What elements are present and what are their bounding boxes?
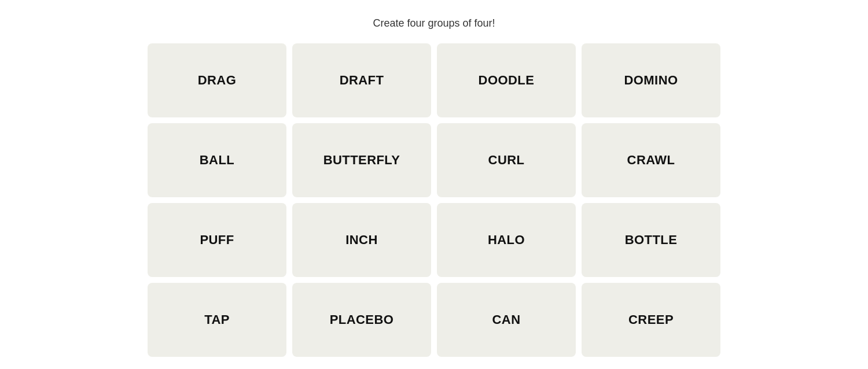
tile-drag[interactable]: DRAG bbox=[148, 43, 286, 117]
tile-label-halo: HALO bbox=[488, 233, 525, 248]
tile-label-placebo: PLACEBO bbox=[330, 312, 394, 327]
tile-can[interactable]: CAN bbox=[437, 283, 576, 357]
tile-label-inch: INCH bbox=[345, 233, 378, 248]
tile-label-creep: CREEP bbox=[628, 312, 674, 327]
tile-puff[interactable]: PUFF bbox=[148, 203, 286, 277]
tile-label-bottle: BOTTLE bbox=[625, 233, 678, 248]
tile-label-butterfly: BUTTERFLY bbox=[323, 153, 400, 168]
tile-label-ball: BALL bbox=[200, 153, 234, 168]
tile-label-drag: DRAG bbox=[198, 73, 237, 88]
tile-tap[interactable]: TAP bbox=[148, 283, 286, 357]
page-subtitle: Create four groups of four! bbox=[373, 17, 495, 29]
tile-bottle[interactable]: BOTTLE bbox=[582, 203, 720, 277]
tile-placebo[interactable]: PLACEBO bbox=[292, 283, 431, 357]
tile-halo[interactable]: HALO bbox=[437, 203, 576, 277]
tile-crawl[interactable]: CRAWL bbox=[582, 123, 720, 197]
tile-creep[interactable]: CREEP bbox=[582, 283, 720, 357]
tile-butterfly[interactable]: BUTTERFLY bbox=[292, 123, 431, 197]
tile-curl[interactable]: CURL bbox=[437, 123, 576, 197]
tile-inch[interactable]: INCH bbox=[292, 203, 431, 277]
word-grid: DRAGDRAFTDOODLEDOMINOBALLBUTTERFLYCURLCR… bbox=[148, 43, 720, 357]
tile-label-puff: PUFF bbox=[200, 233, 234, 248]
tile-label-can: CAN bbox=[492, 312, 521, 327]
tile-label-crawl: CRAWL bbox=[627, 153, 675, 168]
tile-doodle[interactable]: DOODLE bbox=[437, 43, 576, 117]
tile-draft[interactable]: DRAFT bbox=[292, 43, 431, 117]
tile-ball[interactable]: BALL bbox=[148, 123, 286, 197]
tile-label-draft: DRAFT bbox=[340, 73, 384, 88]
tile-label-domino: DOMINO bbox=[624, 73, 678, 88]
tile-domino[interactable]: DOMINO bbox=[582, 43, 720, 117]
tile-label-curl: CURL bbox=[488, 153, 525, 168]
tile-label-doodle: DOODLE bbox=[479, 73, 535, 88]
tile-label-tap: TAP bbox=[204, 312, 230, 327]
